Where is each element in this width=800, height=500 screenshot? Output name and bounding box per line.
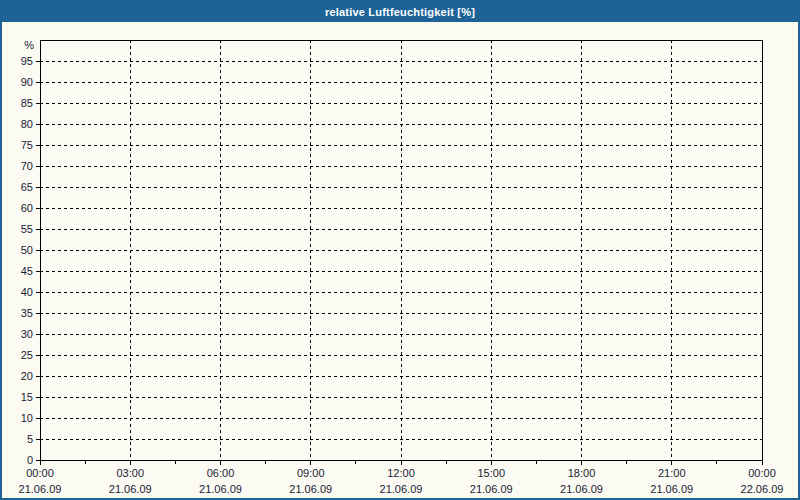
x-time-label: 00:00 — [26, 467, 54, 479]
y-tick-label: 85 — [21, 97, 33, 109]
y-tick-label: 40 — [21, 286, 33, 298]
y-tick-label: 50 — [21, 244, 33, 256]
y-tick-label: 30 — [21, 328, 33, 340]
y-tick-label: 5 — [27, 433, 33, 445]
x-time-label: 09:00 — [297, 467, 325, 479]
y-tick-label: 55 — [21, 223, 33, 235]
chart-area: 05101520253035404550556065707580859095%0… — [2, 22, 798, 498]
x-time-label: 03:00 — [116, 467, 144, 479]
x-time-label: 12:00 — [387, 467, 415, 479]
y-tick-label: 65 — [21, 181, 33, 193]
y-tick-label: 35 — [21, 307, 33, 319]
x-date-label: 21.06.09 — [109, 483, 152, 495]
y-tick-label: 45 — [21, 265, 33, 277]
y-tick-label: 95 — [21, 55, 33, 67]
y-axis-unit-label: % — [24, 39, 34, 51]
y-tick-label: 15 — [21, 391, 33, 403]
y-tick-label: 90 — [21, 76, 33, 88]
x-time-label: 21:00 — [658, 467, 686, 479]
y-tick-label: 60 — [21, 202, 33, 214]
x-date-label: 21.06.09 — [560, 483, 603, 495]
x-time-label: 15:00 — [477, 467, 505, 479]
x-date-label: 21.06.09 — [289, 483, 332, 495]
y-tick-label: 75 — [21, 139, 33, 151]
x-time-label: 06:00 — [207, 467, 235, 479]
x-time-label: 18:00 — [568, 467, 596, 479]
y-tick-label: 80 — [21, 118, 33, 130]
x-time-label: 00:00 — [748, 467, 776, 479]
y-tick-label: 0 — [27, 454, 33, 466]
x-date-label: 22.06.09 — [741, 483, 784, 495]
y-tick-label: 70 — [21, 160, 33, 172]
humidity-chart: 05101520253035404550556065707580859095%0… — [2, 22, 798, 498]
x-date-label: 21.06.09 — [380, 483, 423, 495]
x-date-label: 21.06.09 — [650, 483, 693, 495]
chart-title: relative Luftfeuchtigkeit [%] — [325, 6, 475, 18]
window-titlebar: relative Luftfeuchtigkeit [%] — [2, 2, 798, 22]
y-tick-label: 10 — [21, 412, 33, 424]
x-date-label: 21.06.09 — [470, 483, 513, 495]
y-tick-label: 25 — [21, 349, 33, 361]
chart-window: relative Luftfeuchtigkeit [%] 0510152025… — [0, 0, 800, 500]
x-date-label: 21.06.09 — [19, 483, 62, 495]
y-tick-label: 20 — [21, 370, 33, 382]
x-date-label: 21.06.09 — [199, 483, 242, 495]
